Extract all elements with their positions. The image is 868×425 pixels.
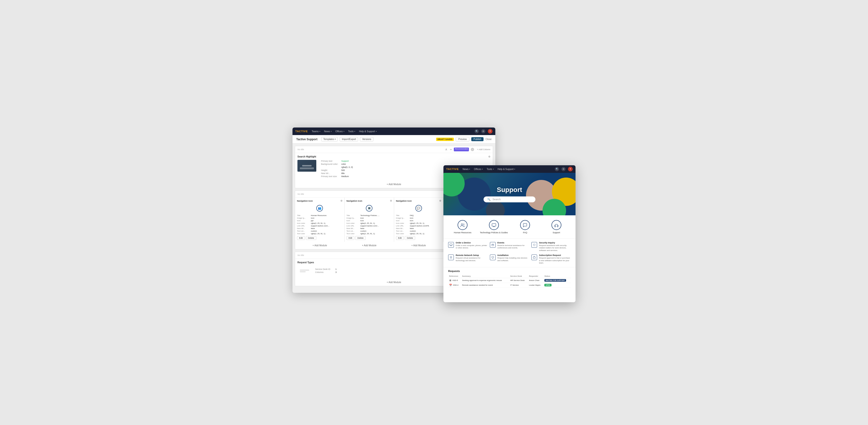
nav-settings-icon-faq[interactable]: ⚙ xyxy=(439,200,441,202)
templates-button[interactable]: Templates ▾ xyxy=(321,137,338,141)
service-desk-xsd4: IT Service xyxy=(509,283,528,288)
delete-faq-button[interactable]: Delete xyxy=(405,236,415,240)
nav-item-news[interactable]: News ▾ xyxy=(324,130,332,133)
order-device-icon xyxy=(448,242,454,248)
add-module-btn-nav-1[interactable]: + Add Module xyxy=(295,242,345,249)
page-title: Tactive Support xyxy=(296,138,317,141)
requests-table-header: Reference Summary Service Desk Requester… xyxy=(448,274,571,278)
nav-item-teams[interactable]: Teams ▾ xyxy=(312,130,320,133)
table-row-xsd4[interactable]: 📅 XSD-4 Remote assistance needed for eve… xyxy=(448,283,571,288)
preview-nav-icons-section: Human Resources Technology Policies & Gu… xyxy=(443,215,576,238)
status-xsd5: WAITING FOR SUPPORT xyxy=(544,278,571,283)
requests-table: Reference Summary Service Desk Requester… xyxy=(448,274,571,288)
service-network[interactable]: Remote Network Setup Request virtual ass… xyxy=(448,254,488,264)
preview-settings-icon[interactable]: ⚙ xyxy=(561,167,566,171)
service-security[interactable]: Security Inquiry Request assistance with… xyxy=(531,242,571,252)
preview-nav-tech[interactable]: Technology Policies & Guides xyxy=(479,220,508,234)
chevron-icon: ▾ xyxy=(493,168,494,170)
service-events[interactable]: Events Reserve technical assistance for … xyxy=(490,242,529,252)
preview-support-icon xyxy=(552,220,561,230)
edit-hr-button[interactable]: Edit xyxy=(297,236,305,240)
preview-search-icon[interactable]: 🔍 xyxy=(555,167,559,171)
nav-item-tools[interactable]: Tools ▾ xyxy=(348,130,355,133)
preview-brand: TACTIVE xyxy=(446,168,459,170)
section-close-button[interactable]: × xyxy=(471,148,474,151)
preview-hr-label: Human Resources xyxy=(454,231,471,234)
user-avatar[interactable]: T xyxy=(488,129,493,134)
requester-xsd5: Anson Chan xyxy=(528,278,544,283)
nav-item-help[interactable]: Help & Support ▾ xyxy=(359,130,377,133)
settings-icon[interactable]: ⚙ xyxy=(481,129,486,134)
nav-icon-preview-tech: 💻 xyxy=(346,203,392,213)
preview-requests-section: Requests Reference Summary Service Desk … xyxy=(443,267,576,290)
preview-support-label: Support xyxy=(553,231,560,234)
rt-columns-field: Columns 3 xyxy=(315,271,337,274)
tech-icon-circle: 💻 xyxy=(366,205,372,211)
hr-icon-circle: 👥 xyxy=(316,205,323,211)
close-button[interactable]: Close xyxy=(486,138,492,140)
service-order-text: Order a Device Order a new computer, pho… xyxy=(456,242,488,249)
preview-nav-support[interactable]: Support xyxy=(542,220,571,234)
publish-button[interactable]: Publish xyxy=(471,137,484,141)
col-requester: Requester xyxy=(528,274,544,278)
status-badge-xsd5: WAITING FOR SUPPORT xyxy=(545,279,566,282)
editor-brand: TACTIVE xyxy=(295,130,308,133)
requester-xsd4: Louise Hayes xyxy=(528,283,544,288)
module-preview-image xyxy=(298,160,316,172)
search-icon[interactable]: 🔍 xyxy=(474,129,479,134)
nav-settings-icon-tech[interactable]: ⚙ xyxy=(390,200,392,202)
nav-icon-preview-faq: 💬 xyxy=(396,203,441,213)
preview-nav-hr[interactable]: Human Resources xyxy=(448,220,477,234)
section-header-1: No title A ✏ Recommended × + Add Column xyxy=(295,146,493,153)
service-subscription-text: Subscription Request Request approval to… xyxy=(539,254,571,264)
preview-user-avatar[interactable]: T xyxy=(568,167,573,171)
preview-bar xyxy=(302,165,312,166)
import-export-button[interactable]: Import/Export xyxy=(340,137,358,141)
rt-fields: Service Desk ID 1 Columns 3 xyxy=(315,268,337,274)
preview-faq-icon xyxy=(520,220,530,230)
preview-nav-faq[interactable]: FAQ xyxy=(511,220,540,234)
preview-nav-news[interactable]: News ▾ xyxy=(463,168,470,170)
chevron-icon: ▾ xyxy=(514,168,515,170)
module-settings-icon[interactable]: ⚙ xyxy=(488,155,490,158)
service-subscription[interactable]: Subscription Request Request approval to… xyxy=(531,254,571,264)
edit-tech-button[interactable]: Edit xyxy=(346,236,354,240)
preview-services-section: Order a Device Order a new computer, pho… xyxy=(443,238,576,267)
preview-nav-tools[interactable]: Tools ▾ xyxy=(487,168,494,170)
delete-tech-button[interactable]: Delete xyxy=(355,236,366,240)
edit-icon[interactable]: ✏ xyxy=(449,148,453,151)
nav-icon-header-tech: Navigation Icon ⚙ xyxy=(346,200,392,202)
preview-button[interactable]: Preview xyxy=(456,137,469,141)
faq-icon-circle: 💬 xyxy=(415,205,422,211)
delete-hr-button[interactable]: Delete xyxy=(306,236,316,240)
nav-icon-header-faq: Navigation Icon ⚙ xyxy=(396,200,441,202)
font-icon[interactable]: A xyxy=(444,148,448,151)
hero-title: Support xyxy=(484,186,535,194)
chevron-icon: ▾ xyxy=(343,130,344,133)
add-column-btn[interactable]: + Add Column xyxy=(477,148,490,151)
preview-hero: Support 🔍 Search xyxy=(443,173,576,215)
rt-service-desk-field: Service Desk ID 1 xyxy=(315,268,337,271)
preview-window: TACTIVE News ▾ Offices ▾ Tools ▾ Help & … xyxy=(443,165,576,302)
nav-item-offices[interactable]: Offices ▾ xyxy=(335,130,344,133)
service-order-device[interactable]: Order a Device Order a new computer, pho… xyxy=(448,242,488,252)
nav-settings-icon-hr[interactable]: ⚙ xyxy=(340,200,342,202)
row-icon-xsd5: 🖥 xyxy=(449,279,452,282)
table-row-xsd5[interactable]: 🖥 XSD-5 Seeking approval to expense ergo… xyxy=(448,278,571,283)
edit-faq-button[interactable]: Edit xyxy=(396,236,404,240)
recommended-badge: Recommended xyxy=(454,148,469,151)
versions-button[interactable]: Versions xyxy=(360,137,373,141)
nav-icon-btns-faq: Edit Delete xyxy=(396,236,441,240)
preview-nav-offices[interactable]: Offices ▾ xyxy=(474,168,483,170)
nav-icon-btns-hr: Edit Delete xyxy=(297,236,342,240)
hero-search-placeholder: Search xyxy=(493,198,501,201)
hero-search-bar[interactable]: 🔍 Search xyxy=(484,196,535,202)
preview-topnav: TACTIVE News ▾ Offices ▾ Tools ▾ Help & … xyxy=(443,165,576,173)
svg-rect-3 xyxy=(492,244,494,246)
service-installation[interactable]: Installation Request help installing new… xyxy=(490,254,529,264)
add-module-btn-nav-2[interactable]: + Add Module xyxy=(345,242,394,249)
chevron-icon: ▾ xyxy=(482,168,483,170)
add-module-btn-nav-3[interactable]: + Add Module xyxy=(394,242,443,249)
preview-nav-help[interactable]: Help & Support ▾ xyxy=(498,168,516,170)
section-title-2: No title xyxy=(298,193,304,195)
